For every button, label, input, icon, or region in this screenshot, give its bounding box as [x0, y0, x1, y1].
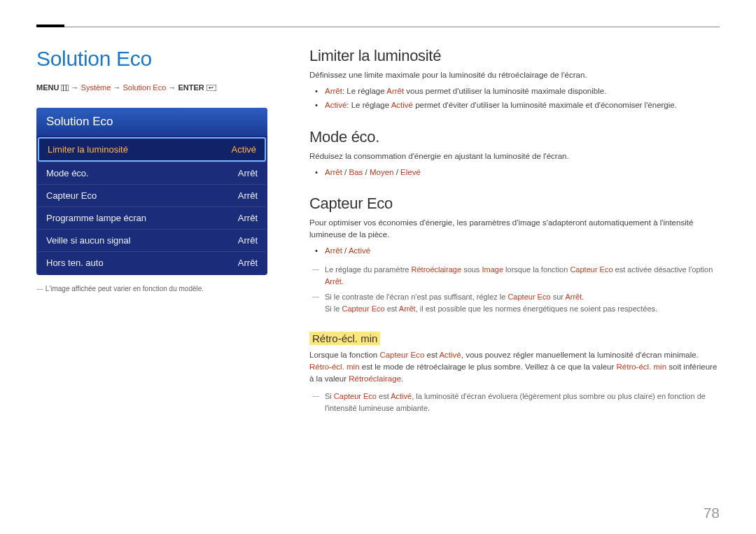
menu-item-brightness-limit[interactable]: Limiter la luminosité Activé	[38, 137, 266, 162]
section-desc: Définissez une limite maximale pour la l…	[309, 69, 720, 81]
section-title: Mode éco.	[309, 128, 720, 146]
page-number: 78	[704, 505, 720, 521]
enter-icon	[206, 84, 216, 92]
subsection-title: Rétro-écl. min	[309, 332, 380, 345]
menu-item-label: Mode éco.	[46, 168, 89, 178]
bullet-options: Arrêt / Bas / Moyen / Elevé	[325, 165, 720, 180]
page-title: Solution Eco	[36, 47, 267, 71]
breadcrumb: MENU → Système → Solution Eco → ENTER	[36, 83, 267, 92]
section-desc: Lorsque la fonction Capteur Eco est Acti…	[309, 349, 720, 384]
note-contrast: Si le contraste de l'écran n'est pas suf…	[325, 289, 720, 316]
note-ambient: Si Capteur Eco est Activé, la luminosité…	[325, 388, 720, 416]
section-desc: Réduisez la consommation d'énergie en aj…	[309, 150, 720, 162]
menu-item-value: Arrêt	[238, 190, 258, 201]
breadcrumb-enter: ENTER	[178, 83, 204, 92]
menu-item-label: Veille si aucun signal	[46, 235, 131, 246]
menu-item-no-signal-standby[interactable]: Veille si aucun signal Arrêt	[38, 229, 266, 251]
menu-item-label: Hors ten. auto	[46, 258, 104, 268]
section-title: Capteur Eco	[309, 195, 720, 213]
section-eco-mode: Mode éco. Réduisez la consommation d'éne…	[309, 128, 720, 179]
section-brightness-limit: Limiter la luminosité Définissez une lim…	[309, 47, 720, 113]
section-eco-sensor: Capteur Eco Pour optimiser vos économies…	[309, 195, 720, 316]
menu-item-label: Capteur Eco	[46, 190, 97, 201]
menu-panel-header: Solution Eco	[36, 108, 267, 136]
panel-disclaimer: L'image affichée peut varier en fonction…	[36, 285, 267, 293]
menu-item-value: Arrêt	[238, 235, 258, 246]
menu-grid-icon	[61, 84, 69, 92]
breadcrumb-menu: MENU	[36, 83, 59, 92]
note-backlight: Le réglage du paramètre Rétroéclairage s…	[325, 262, 720, 289]
bullet-options: Arrêt / Activé	[325, 244, 720, 258]
menu-item-auto-off[interactable]: Hors ten. auto Arrêt	[38, 251, 266, 274]
bullet-off: Arrêt: Le réglage Arrêt vous permet d'ut…	[325, 84, 720, 99]
section-title: Limiter la luminosité	[309, 47, 720, 65]
menu-list: Limiter la luminosité Activé Mode éco. A…	[36, 136, 267, 275]
menu-item-eco-sensor[interactable]: Capteur Eco Arrêt	[38, 184, 266, 206]
menu-item-value: Arrêt	[238, 258, 258, 268]
menu-item-value: Arrêt	[238, 213, 258, 223]
section-desc: Pour optimiser vos économies d'énergie, …	[309, 217, 720, 240]
top-rule	[36, 27, 720, 27]
menu-item-label: Limiter la luminosité	[48, 144, 128, 155]
menu-item-lamp-schedule[interactable]: Programme lampe écran Arrêt	[38, 206, 266, 229]
menu-item-value: Arrêt	[238, 168, 258, 178]
svg-rect-0	[61, 85, 69, 91]
section-min-backlight: Rétro-écl. min Lorsque la fonction Capte…	[309, 332, 720, 416]
menu-panel: Solution Eco Limiter la luminosité Activ…	[36, 108, 267, 275]
menu-item-eco-mode[interactable]: Mode éco. Arrêt	[38, 162, 266, 184]
bullet-on: Activé: Le réglage Activé permet d'évite…	[325, 98, 720, 113]
breadcrumb-part-2: Solution Eco	[123, 83, 167, 92]
menu-item-value: Activé	[232, 144, 256, 155]
menu-item-label: Programme lampe écran	[46, 213, 146, 223]
breadcrumb-part-1: Système	[81, 83, 111, 92]
